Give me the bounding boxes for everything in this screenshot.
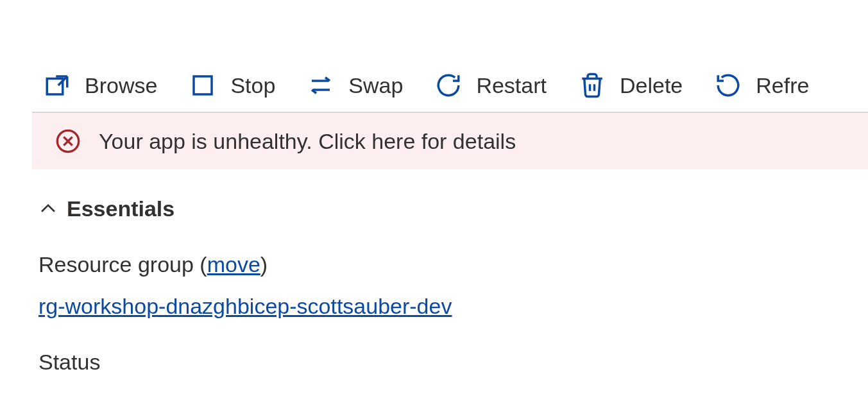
essentials-body: Resource group (move) rg-workshop-dnazgh… bbox=[32, 233, 868, 375]
resource-group-move-link[interactable]: move bbox=[207, 252, 260, 277]
status-label: Status bbox=[38, 350, 862, 375]
resource-group-label-suffix: ) bbox=[260, 252, 268, 277]
stop-label: Stop bbox=[230, 73, 275, 98]
essentials-toggle[interactable]: Essentials bbox=[32, 169, 868, 233]
stop-icon bbox=[189, 72, 216, 99]
browse-label: Browse bbox=[85, 73, 157, 98]
stop-button[interactable]: Stop bbox=[189, 72, 275, 99]
refresh-icon bbox=[715, 72, 742, 99]
browse-icon bbox=[44, 72, 71, 99]
svg-rect-4 bbox=[194, 76, 212, 94]
resource-group-label: Resource group (move) bbox=[38, 252, 862, 277]
delete-button[interactable]: Delete bbox=[579, 72, 683, 99]
restart-button[interactable]: Restart bbox=[435, 72, 547, 99]
resource-group-label-prefix: Resource group ( bbox=[38, 252, 207, 277]
browse-button[interactable]: Browse bbox=[44, 72, 157, 99]
chevron-up-icon bbox=[38, 200, 58, 219]
delete-label: Delete bbox=[620, 73, 683, 98]
error-icon bbox=[55, 128, 81, 154]
swap-button[interactable]: Swap bbox=[307, 72, 403, 99]
refresh-label: Refre bbox=[756, 73, 809, 98]
refresh-button[interactable]: Refre bbox=[715, 72, 809, 99]
restart-icon bbox=[435, 72, 462, 99]
swap-label: Swap bbox=[348, 73, 403, 98]
command-toolbar: Browse Stop Swap bbox=[32, 64, 868, 113]
restart-label: Restart bbox=[476, 73, 547, 98]
essentials-title: Essentials bbox=[67, 196, 174, 221]
banner-message: Your app is unhealthy. Click here for de… bbox=[99, 129, 516, 154]
delete-icon bbox=[579, 72, 606, 99]
resource-group-link[interactable]: rg-workshop-dnazghbicep-scottsauber-dev bbox=[38, 294, 452, 319]
unhealthy-banner[interactable]: Your app is unhealthy. Click here for de… bbox=[32, 113, 868, 169]
svg-rect-0 bbox=[47, 79, 63, 95]
swap-icon bbox=[307, 72, 334, 99]
